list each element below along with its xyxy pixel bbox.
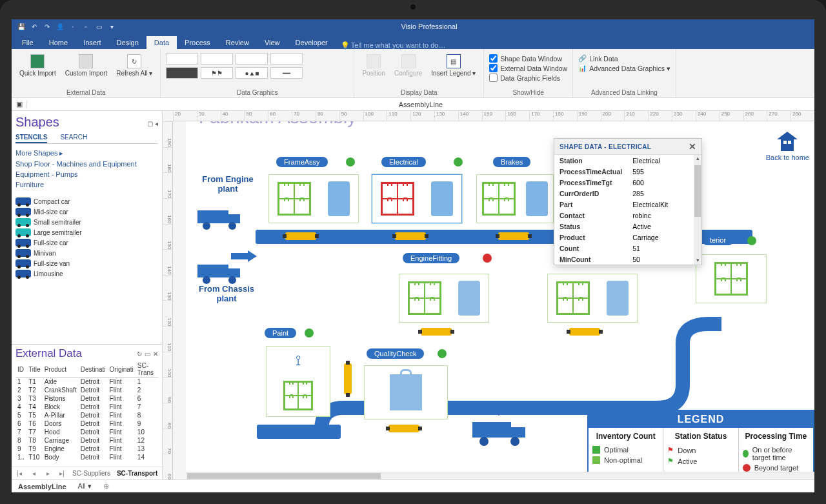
shape-data-row[interactable]: StationElectrical — [554, 155, 694, 166]
shape-data-row[interactable]: ProcessTimeTgt600 — [554, 177, 694, 188]
shape-limousine[interactable]: Limousine — [15, 270, 85, 277]
station-electrical[interactable] — [372, 174, 462, 223]
shape-data-table[interactable]: StationElectricalProcessTimeActual595Pro… — [554, 155, 694, 265]
scroll-down-icon[interactable]: ▾ — [694, 257, 701, 265]
tab-home[interactable]: Home — [41, 36, 76, 49]
tell-me-search[interactable]: 💡 Tell me what you want to do… — [341, 41, 446, 49]
station-caption-brakes[interactable]: Brakes — [493, 157, 530, 167]
qat-undo-icon[interactable]: ↶ — [30, 22, 39, 31]
tab-developer[interactable]: Developer — [288, 36, 336, 49]
table-row[interactable]: 5T5A-PillarDetroitFlint8 — [15, 411, 158, 419]
chk-data-graphic-fields[interactable]: Data Graphic Fields — [489, 74, 567, 82]
shapes-pane-collapse-icon[interactable]: ▢ ◂ — [147, 120, 158, 127]
sheet-sc-transport[interactable]: SC-Transport — [117, 470, 157, 477]
ext-data-min-icon[interactable]: ▭ — [145, 350, 150, 358]
chk-shape-data-window[interactable]: Shape Data Window — [489, 54, 567, 63]
add-page-icon[interactable]: ⊕ — [103, 482, 109, 490]
scrollbar-horizontal[interactable] — [186, 472, 814, 479]
table-row[interactable]: 1..T10BodyDetroitFlint14 — [15, 453, 158, 461]
shape-mid-size-car[interactable]: Mid-size car — [15, 208, 85, 216]
drawing-canvas[interactable]: 2030405060708090100110120130140150160170… — [163, 111, 814, 479]
station-brakes[interactable] — [476, 174, 554, 223]
table-row[interactable]: 2T2CrankShaftDetroitFlint2 — [15, 386, 158, 394]
station-caption-paint[interactable]: Paint — [265, 328, 296, 338]
data-graphic-gallery[interactable]: ▴▴⚑⚑●▲■━━ — [166, 53, 321, 79]
shape-data-row[interactable]: PartElectricalKit — [554, 199, 694, 210]
station-caption-exterior[interactable]: terior — [702, 235, 734, 245]
tab-file[interactable]: File — [14, 36, 41, 49]
qat-user-icon[interactable]: 👤 — [55, 22, 65, 31]
shape-data-window[interactable]: SHAPE DATA - ELECTRICAL✕ StationElectric… — [554, 138, 702, 265]
shape-data-row[interactable]: Count51 — [554, 243, 694, 254]
drawing-page[interactable]: Fabrikam Assembly Back to home From Engi… — [186, 121, 814, 479]
station-paint[interactable]: ⟟ — [266, 346, 330, 417]
shapes-tab-stencils[interactable]: STENCILS — [15, 132, 47, 143]
table-row[interactable]: 6T6DoorsDetroitFlint9 — [15, 419, 158, 428]
link-data-button[interactable]: 🔗 Link Data — [578, 54, 670, 63]
qat-new-icon[interactable]: ▫ — [81, 22, 90, 31]
scroll-up-icon[interactable]: ▴ — [694, 155, 701, 163]
quick-import-button[interactable]: Quick Import — [17, 53, 59, 78]
sheet-nav-next[interactable]: ▸ — [44, 470, 52, 477]
sheet-sc-suppliers[interactable]: SC-Suppliers — [72, 470, 110, 477]
station-enginefitting[interactable] — [399, 274, 489, 323]
scroll-thumb[interactable] — [187, 473, 381, 479]
station-qualitycheck[interactable] — [364, 365, 448, 419]
visio-icon[interactable]: ▣ — [12, 100, 27, 108]
table-row[interactable]: 4T4BlockDetroitFlint7 — [15, 403, 158, 411]
station-exterior[interactable] — [696, 254, 767, 303]
shape-full-size-van[interactable]: Full-size van — [15, 259, 85, 267]
stencil-equipment-pumps[interactable]: Equipment - Pumps — [15, 169, 158, 179]
tab-data[interactable]: Data — [146, 36, 177, 49]
refresh-all-button[interactable]: ↻Refresh All ▾ — [114, 53, 155, 78]
insert-legend-button[interactable]: ▤Insert Legend ▾ — [428, 53, 478, 78]
table-row[interactable]: 1T1AxleDetroitFlint1 — [15, 378, 158, 387]
station-caption-frameassy[interactable]: FrameAssy — [276, 157, 328, 167]
shape-data-row[interactable]: ProcessTimeActual595 — [554, 166, 694, 177]
shape-data-row[interactable]: CurrOrderID285 — [554, 188, 694, 199]
shape-data-row[interactable]: StatusActive — [554, 221, 694, 232]
page-filter[interactable]: All ▾ — [78, 482, 92, 490]
shape-compact-car[interactable]: Compact car — [15, 197, 85, 205]
external-data-table[interactable]: IDTitleProductDestinatiOriginatiSC-Trans… — [15, 361, 158, 461]
tab-process[interactable]: Process — [177, 36, 218, 49]
table-row[interactable]: 7T7HoodDetroitFlint10 — [15, 428, 158, 436]
shape-minivan[interactable]: Minivan — [15, 249, 85, 257]
ext-data-close-icon[interactable]: ✕ — [153, 350, 158, 358]
sheet-nav-last[interactable]: ▸| — [58, 470, 66, 477]
scrollbar-vertical[interactable]: ▴ ▾ — [694, 155, 701, 265]
station-caption-qualitycheck[interactable]: QualityCheck — [367, 348, 424, 359]
close-icon[interactable]: ✕ — [689, 141, 696, 152]
stencil-more-shapes[interactable]: More Shapes ▸ — [15, 148, 158, 159]
shape-small-semitrailer[interactable]: Small semitrailer — [15, 218, 85, 226]
qat-save-icon[interactable]: 💾 — [17, 22, 26, 31]
table-row[interactable]: 3T3PistonsDetroitFlint6 — [15, 394, 158, 403]
page-tab-assemblyline[interactable]: AssemblyLine — [18, 483, 66, 490]
custom-import-button[interactable]: Custom Import — [63, 53, 110, 78]
tab-design[interactable]: Design — [109, 36, 146, 49]
scroll-thumb[interactable] — [694, 165, 701, 217]
tab-review[interactable]: Review — [218, 36, 257, 49]
shape-data-row[interactable]: ProductCarriage — [554, 232, 694, 243]
shape-data-row[interactable]: MinCount50 — [554, 254, 694, 265]
qat-touch-icon[interactable]: ▾ — [107, 22, 116, 31]
advanced-data-graphics-button[interactable]: 📊 Advanced Data Graphics ▾ — [578, 64, 670, 72]
tab-view[interactable]: View — [257, 36, 288, 49]
shape-full-size-car[interactable]: Full-size car — [15, 239, 85, 247]
station-caption-enginefitting[interactable]: EngineFitting — [403, 253, 459, 263]
table-row[interactable]: 9T9EngineDetroitFlint13 — [15, 445, 158, 453]
table-row[interactable]: 8T8CarriageDetroitFlint12 — [15, 436, 158, 445]
shape-data-row[interactable]: Contactrobinc — [554, 210, 694, 221]
station-caption-electrical[interactable]: Electrical — [381, 157, 426, 167]
chk-external-data-window[interactable]: External Data Window — [489, 64, 567, 72]
station-frameassy[interactable] — [268, 174, 359, 223]
tab-insert[interactable]: Insert — [76, 36, 109, 49]
back-to-home-button[interactable]: Back to home — [766, 130, 809, 161]
stencil-furniture[interactable]: Furniture — [15, 179, 158, 190]
stencil-shop-floor[interactable]: Shop Floor - Machines and Equipment — [15, 159, 158, 169]
sheet-nav-first[interactable]: |◂ — [15, 470, 23, 477]
ext-data-refresh-icon[interactable]: ↻ — [137, 350, 142, 358]
shape-large-semitrailer[interactable]: Large semitrailer — [15, 228, 85, 236]
qat-redo-icon[interactable]: ↷ — [43, 22, 52, 31]
qat-open-icon[interactable]: ▭ — [94, 22, 103, 31]
